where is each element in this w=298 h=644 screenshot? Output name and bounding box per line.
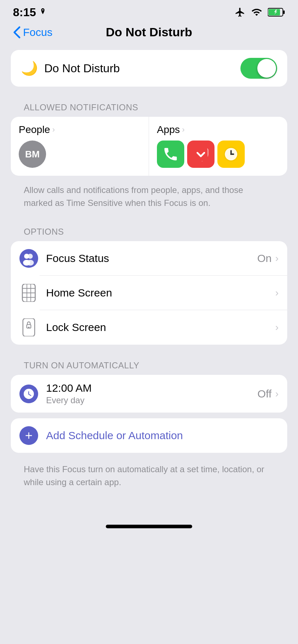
status-icons [235, 7, 285, 18]
dnd-toggle-row[interactable]: 🌙 Do Not Disturb [11, 50, 287, 87]
battery-icon [268, 8, 285, 17]
allowed-notifications-grid: People › BM Apps › [11, 117, 287, 176]
nav-bar: Focus Do Not Disturb [0, 22, 298, 46]
schedule-clock-icon-container [19, 385, 38, 403]
add-icon-container [19, 426, 38, 445]
focus-status-label: Focus Status [46, 252, 257, 264]
home-screen-icon-container [19, 284, 38, 302]
schedule-chevron-icon: › [275, 388, 279, 400]
apps-cell[interactable]: Apps › [149, 117, 287, 176]
airplane-icon [235, 7, 245, 18]
phone-icon [162, 146, 179, 162]
lock-screen-icon [22, 318, 35, 336]
allowed-notifications-header: ALLOWED NOTIFICATIONS [11, 92, 287, 117]
focus-status-row[interactable]: Focus Status On › [11, 241, 287, 276]
schedule-status: Off [257, 388, 271, 400]
focus-status-value: On [257, 252, 272, 264]
options-list: Focus Status On › Home Screen › [11, 241, 287, 345]
clock-icon [223, 146, 239, 162]
schedule-recurrence: Every day [46, 395, 257, 405]
focus-status-icon [19, 249, 38, 268]
add-schedule-row[interactable]: Add Schedule or Automation [11, 418, 287, 453]
pocket-icon [193, 146, 209, 162]
back-label: Focus [23, 26, 53, 38]
apps-chevron-icon: › [182, 125, 185, 134]
home-screen-row[interactable]: Home Screen › [11, 276, 287, 310]
schedule-info: 12:00 AM Every day [46, 382, 257, 405]
apps-title: Apps › [157, 124, 279, 135]
moon-icon: 🌙 [21, 60, 38, 76]
dnd-toggle-switch[interactable] [240, 58, 277, 79]
svg-point-22 [28, 327, 30, 328]
svg-rect-1 [283, 10, 285, 14]
options-header: OPTIONS [11, 217, 287, 241]
toggle-knob [257, 59, 276, 78]
battery-indicator [268, 8, 285, 17]
svg-point-11 [28, 254, 33, 259]
allowed-description: Allow calls and notifications from peopl… [11, 179, 287, 217]
svg-point-8 [230, 153, 232, 155]
focus-status-chevron-icon: › [275, 253, 279, 264]
schedule-time: 12:00 AM [46, 382, 257, 394]
avatar: BM [19, 141, 46, 168]
add-schedule-label: Add Schedule or Automation [46, 429, 183, 442]
home-screen-icon [21, 284, 37, 302]
schedule-clock-icon [23, 388, 35, 400]
home-screen-chevron-icon: › [275, 287, 279, 299]
dnd-left-section: 🌙 Do Not Disturb [21, 60, 120, 76]
schedule-card: 12:00 AM Every day Off › [11, 375, 287, 413]
dnd-toggle-card: 🌙 Do Not Disturb [11, 50, 287, 87]
people-cell[interactable]: People › BM [11, 117, 149, 176]
clock-app-icon [217, 141, 245, 168]
schedule-row[interactable]: 12:00 AM Every day Off › [11, 375, 287, 413]
time-display: 8:15 [13, 6, 36, 19]
plus-icon [23, 430, 34, 441]
auto-turn-on-description: Have this Focus turn on automatically at… [11, 459, 287, 496]
back-chevron-icon [13, 26, 21, 39]
home-indicator [106, 525, 192, 528]
status-bar: 8:15 [0, 0, 298, 22]
dnd-label: Do Not Disturb [44, 62, 120, 75]
svg-point-13 [27, 260, 34, 266]
wifi-icon [250, 7, 263, 18]
content-area: 🌙 Do Not Disturb ALLOWED NOTIFICATIONS P… [0, 46, 298, 510]
lock-screen-chevron-icon: › [275, 322, 279, 333]
focus-status-icon-container [19, 249, 38, 268]
auto-turn-on-header: TURN ON AUTOMATICALLY [11, 350, 287, 375]
page-title: Do Not Disturb [106, 25, 192, 39]
people-chevron-icon: › [52, 125, 55, 134]
lock-screen-row[interactable]: Lock Screen › [11, 310, 287, 345]
pocket-app-icon [187, 141, 215, 168]
add-schedule-card: Add Schedule or Automation [11, 418, 287, 453]
lock-screen-label: Lock Screen [46, 321, 275, 334]
back-button[interactable]: Focus [13, 26, 53, 39]
phone-app-icon [157, 141, 184, 168]
home-screen-label: Home Screen [46, 287, 275, 299]
app-icons-row [157, 141, 279, 168]
location-icon [39, 8, 47, 17]
svg-rect-3 [194, 147, 208, 161]
lock-screen-icon-container [19, 318, 38, 337]
status-time: 8:15 [13, 6, 47, 19]
people-title: People › [19, 124, 141, 135]
